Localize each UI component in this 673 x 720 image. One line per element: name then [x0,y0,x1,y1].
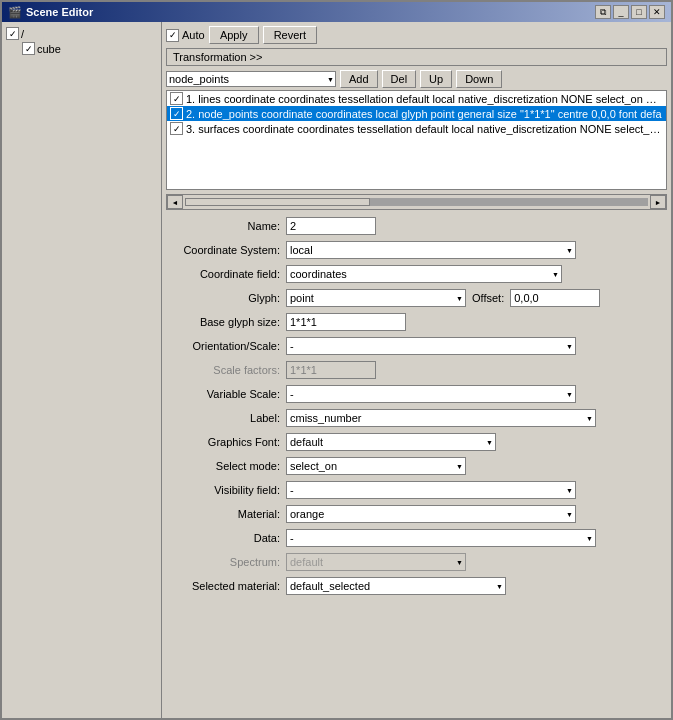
visibility-field-select-wrapper[interactable]: - [286,481,576,499]
graphics-font-select-wrapper[interactable]: default [286,433,496,451]
list-item[interactable]: 2. node_points coordinate coordinates lo… [167,106,666,121]
selected-material-select[interactable]: default_selected [286,577,506,595]
maximize-button[interactable]: □ [631,5,647,19]
list-item-text-2: 2. node_points coordinate coordinates lo… [186,108,662,120]
glyph-label: Glyph: [166,292,286,304]
toolbar: Auto Apply Revert [166,26,667,44]
data-row: Data: - [166,528,667,548]
orientation-scale-select-wrapper[interactable]: - [286,337,576,355]
glyph-select[interactable]: point [286,289,466,307]
coord-field-row: Coordinate field: coordinates [166,264,667,284]
tree-child-label: cube [37,43,61,55]
glyph-row: Glyph: point Offset: [166,288,667,308]
select-mode-select-wrapper[interactable]: select_on [286,457,466,475]
material-select[interactable]: orange [286,505,576,523]
spectrum-select: default [286,553,466,571]
variable-scale-select-wrapper[interactable]: - [286,385,576,403]
graphics-type-select-wrapper[interactable]: node_points [166,71,336,87]
minimize-button[interactable]: _ [613,5,629,19]
material-label: Material: [166,508,286,520]
coord-system-select-wrapper[interactable]: local [286,241,576,259]
add-button[interactable]: Add [340,70,378,88]
list-item-checkbox-3[interactable] [170,122,183,135]
select-mode-label: Select mode: [166,460,286,472]
name-input[interactable] [286,217,376,235]
tree-child-checkbox[interactable] [22,42,35,55]
variable-scale-row: Variable Scale: - [166,384,667,404]
glyph-select-wrapper[interactable]: point [286,289,466,307]
graphics-font-select[interactable]: default [286,433,496,451]
window-body: / cube Auto Apply Revert Transformation … [2,22,671,718]
label-select-wrapper[interactable]: cmiss_number [286,409,596,427]
spectrum-select-wrapper: default [286,553,466,571]
coord-system-label: Coordinate System: [166,244,286,256]
auto-checkbox[interactable] [166,29,179,42]
title-bar-controls: ⧉ _ □ ✕ [595,5,665,19]
transformation-label: Transformation >> [173,51,262,63]
select-mode-row: Select mode: select_on [166,456,667,476]
graphics-type-select[interactable]: node_points [166,71,336,87]
name-row: Name: [166,216,667,236]
scroll-thumb[interactable] [185,198,370,206]
name-label: Name: [166,220,286,232]
form-area: Name: Coordinate System: local Coordinat… [166,216,667,714]
material-select-wrapper[interactable]: orange [286,505,576,523]
selected-material-select-wrapper[interactable]: default_selected [286,577,506,595]
graphics-list[interactable]: 1. lines coordinate coordinates tessella… [166,90,667,190]
visibility-field-select[interactable]: - [286,481,576,499]
select-mode-select[interactable]: select_on [286,457,466,475]
coord-field-select[interactable]: coordinates [286,265,562,283]
list-item-text-3: 3. surfaces coordinate coordinates tesse… [186,123,663,135]
right-panel: Auto Apply Revert Transformation >> node… [162,22,671,718]
data-select[interactable]: - [286,529,596,547]
scroll-track[interactable] [185,198,648,206]
material-row: Material: orange [166,504,667,524]
del-button[interactable]: Del [382,70,417,88]
close-button[interactable]: ✕ [649,5,665,19]
apply-button[interactable]: Apply [209,26,259,44]
spectrum-row: Spectrum: default [166,552,667,572]
scroll-right-button[interactable]: ► [650,195,666,209]
base-glyph-size-row: Base glyph size: [166,312,667,332]
horizontal-scrollbar[interactable]: ◄ ► [166,194,667,210]
selected-material-row: Selected material: default_selected [166,576,667,596]
list-item[interactable]: 3. surfaces coordinate coordinates tesse… [167,121,666,136]
variable-scale-select[interactable]: - [286,385,576,403]
tree-root-item[interactable]: / [6,26,157,41]
list-item-checkbox-2[interactable] [170,107,183,120]
graphics-font-label: Graphics Font: [166,436,286,448]
window-title: Scene Editor [26,6,93,18]
list-item-checkbox-1[interactable] [170,92,183,105]
selected-material-label: Selected material: [166,580,286,592]
down-button[interactable]: Down [456,70,502,88]
list-item-text-1: 1. lines coordinate coordinates tessella… [186,93,663,105]
label-label: Label: [166,412,286,424]
revert-button[interactable]: Revert [263,26,317,44]
up-button[interactable]: Up [420,70,452,88]
tree-root-checkbox[interactable] [6,27,19,40]
orientation-scale-select[interactable]: - [286,337,576,355]
visibility-field-row: Visibility field: - [166,480,667,500]
list-toolbar: node_points Add Del Up Down [166,70,667,88]
tree-child-item[interactable]: cube [6,41,157,56]
scene-editor-window: 🎬 Scene Editor ⧉ _ □ ✕ / cube [0,0,673,720]
label-select[interactable]: cmiss_number [286,409,596,427]
coord-system-row: Coordinate System: local [166,240,667,260]
scroll-left-button[interactable]: ◄ [167,195,183,209]
coord-field-select-wrapper[interactable]: coordinates [286,265,562,283]
coord-field-label: Coordinate field: [166,268,286,280]
coord-system-select[interactable]: local [286,241,576,259]
label-row: Label: cmiss_number [166,408,667,428]
visibility-field-label: Visibility field: [166,484,286,496]
list-item[interactable]: 1. lines coordinate coordinates tessella… [167,91,666,106]
spectrum-label: Spectrum: [166,556,286,568]
data-select-wrapper[interactable]: - [286,529,596,547]
data-label: Data: [166,532,286,544]
offset-input[interactable] [510,289,600,307]
scene-tree-panel: / cube [2,22,162,718]
base-glyph-size-input[interactable] [286,313,406,331]
transformation-bar[interactable]: Transformation >> [166,48,667,66]
window-icon: 🎬 [8,6,22,19]
restore-button[interactable]: ⧉ [595,5,611,19]
orientation-scale-label: Orientation/Scale: [166,340,286,352]
